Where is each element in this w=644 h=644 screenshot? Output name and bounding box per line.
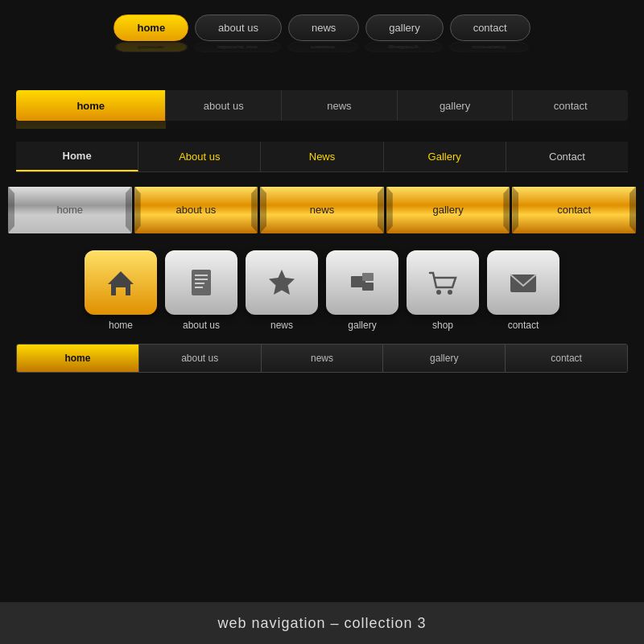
nav5-btn-gallery[interactable] [326, 250, 398, 315]
footer-text: web navigation – collection 3 [217, 615, 426, 632]
nav5-item-shop[interactable]: shop [407, 250, 479, 331]
nav1-reflection-item: home [115, 42, 188, 52]
nav6-item-about-us[interactable]: about us [139, 345, 262, 372]
nav3-item-Contact[interactable]: Contact [506, 142, 628, 171]
svg-point-9 [436, 290, 441, 295]
svg-rect-2 [195, 279, 208, 280]
nav6-item-news[interactable]: news [262, 345, 384, 372]
nav1-item-gallery[interactable]: gallery [365, 14, 443, 41]
svg-rect-8 [362, 283, 374, 291]
nav5-label: about us [183, 320, 220, 331]
nav2-reflection-item [513, 121, 628, 129]
nav5-btn-about-us[interactable] [165, 250, 237, 315]
nav6-container: homeabout usnewsgallerycontact [16, 344, 628, 373]
svg-rect-7 [362, 273, 374, 281]
nav1-reflection-item: contact [449, 42, 530, 52]
nav1-reflection-item: news [287, 42, 358, 52]
nav5-label: home [109, 320, 133, 331]
nav5-label: contact [508, 320, 539, 331]
nav1-reflection-item: gallery [365, 42, 442, 52]
svg-rect-3 [195, 283, 204, 284]
nav1-item-about-us[interactable]: about us [195, 14, 282, 41]
nav1-reflection-item: about us [194, 42, 281, 52]
nav5-btn-shop[interactable] [407, 250, 479, 315]
nav4-item-home[interactable]: home [8, 187, 132, 233]
nav4-item-news[interactable]: news [260, 187, 384, 233]
nav5-label: shop [432, 320, 453, 331]
nav2-item-gallery[interactable]: gallery [398, 90, 514, 121]
nav6-wrap: homeabout usnewsgallerycontact [0, 331, 644, 373]
nav2-reflection-item [282, 121, 397, 129]
nav5-item-gallery[interactable]: gallery [326, 250, 398, 331]
nav4-container: homeabout usnewsgallerycontact [8, 184, 636, 236]
nav3-item-News[interactable]: News [261, 142, 383, 171]
nav4-item-gallery[interactable]: gallery [386, 187, 510, 233]
nav1-item-home[interactable]: home [114, 14, 188, 41]
nav3-item-Gallery[interactable]: Gallery [384, 142, 506, 171]
svg-marker-5 [269, 270, 295, 295]
nav6-item-gallery[interactable]: gallery [383, 345, 506, 372]
footer: web navigation – collection 3 [0, 602, 644, 644]
svg-point-10 [448, 290, 452, 295]
nav5-label: gallery [348, 320, 376, 331]
nav5-btn-home[interactable] [85, 250, 157, 315]
nav1-reflection: homeabout usnewsgallerycontact [0, 42, 644, 52]
nav5-item-contact[interactable]: contact [487, 250, 559, 331]
nav3-item-Home[interactable]: Home [16, 142, 138, 171]
nav3-container: HomeAbout usNewsGalleryContact [16, 142, 628, 172]
nav6-item-home[interactable]: home [17, 345, 139, 372]
nav4-item-about-us[interactable]: about us [134, 187, 258, 233]
nav2-container: homeabout usnewsgallerycontact [16, 90, 628, 121]
nav2-reflection-item [16, 121, 166, 129]
nav4-wrap: homeabout usnewsgallerycontact [0, 172, 644, 236]
nav2-reflection-item [166, 121, 281, 129]
nav5-item-home[interactable]: home [85, 250, 157, 331]
nav6-item-contact[interactable]: contact [506, 345, 627, 372]
nav5-item-about-us[interactable]: about us [165, 250, 237, 331]
nav2-item-home[interactable]: home [16, 90, 166, 121]
nav2-reflection [16, 121, 628, 129]
nav2-reflection-item [397, 121, 512, 129]
nav5-item-news[interactable]: news [246, 250, 318, 331]
nav5-label: news [270, 320, 293, 331]
nav5-btn-news[interactable] [246, 250, 318, 315]
nav1-item-news[interactable]: news [288, 14, 359, 41]
nav4-item-contact[interactable]: contact [512, 187, 636, 233]
nav3-item-About-us[interactable]: About us [138, 142, 261, 171]
svg-rect-1 [195, 275, 208, 276]
nav1-item-contact[interactable]: contact [450, 14, 530, 41]
nav2-item-about-us[interactable]: about us [166, 90, 282, 121]
svg-rect-4 [195, 287, 203, 288]
nav5-wrap: homeabout usnewsgalleryshopcontact [0, 236, 644, 331]
nav3-wrap: HomeAbout usNewsGalleryContact [0, 129, 644, 172]
nav2-wrap: homeabout usnewsgallerycontact [0, 79, 644, 129]
nav5-btn-contact[interactable] [487, 250, 559, 315]
nav2-item-contact[interactable]: contact [513, 90, 628, 121]
nav2-item-news[interactable]: news [282, 90, 398, 121]
